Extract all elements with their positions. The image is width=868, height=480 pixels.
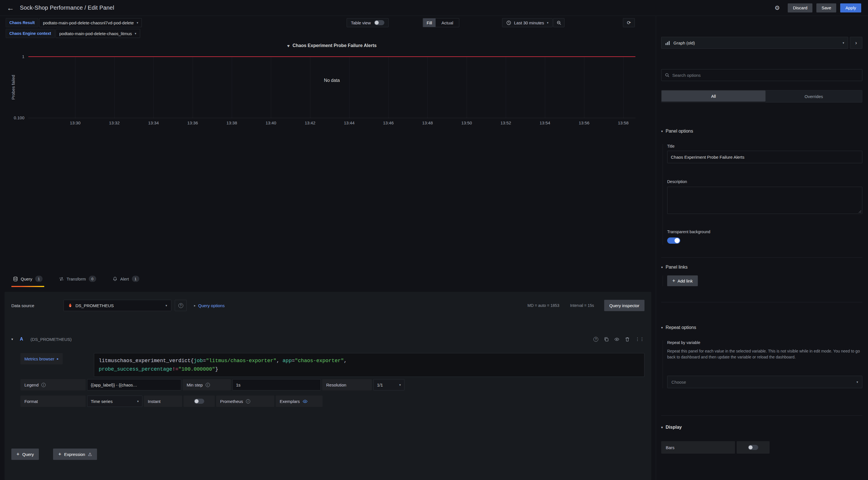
min-step-label-text: Min step — [187, 382, 203, 387]
gridline — [506, 57, 506, 118]
format-label: Format — [21, 396, 86, 407]
collapse-chevron-icon[interactable]: ▾ — [11, 338, 13, 341]
query-ref-id: A — [20, 337, 23, 342]
tab-overrides[interactable]: Overrides — [766, 91, 862, 102]
chart-title-text: Chaos Experiment Probe Failure Alerts — [292, 43, 376, 48]
refresh-icon: ⟳ — [627, 20, 631, 26]
discard-button[interactable]: Discard — [788, 3, 812, 12]
x-tick: 13:54 — [539, 121, 550, 125]
gridline — [388, 57, 389, 118]
tab-label: Transform — [67, 277, 86, 281]
panel-title-input[interactable] — [667, 151, 862, 163]
add-query-button[interactable]: + Query — [11, 449, 39, 460]
info-icon[interactable]: i — [41, 383, 46, 387]
duplicate-icon[interactable] — [604, 337, 609, 342]
chevron-right-icon: ▸ — [57, 357, 59, 361]
panel-description-textarea[interactable] — [667, 187, 862, 214]
refresh-button[interactable]: ⟳ — [623, 18, 635, 27]
add-expression-button[interactable]: + Expression ⚠ — [53, 449, 97, 460]
y-tick: 1 — [4, 54, 24, 59]
panel-links-header[interactable]: ▾ Panel links — [661, 265, 862, 270]
query-code-editor[interactable]: litmuschaos_experiment_verdict{job="litm… — [94, 353, 645, 377]
display-header-text: Display — [666, 425, 682, 430]
gridline — [75, 57, 75, 118]
help-icon[interactable]: ? — [593, 337, 598, 342]
bar-chart-icon — [665, 40, 670, 45]
panel-options-body: Title Description Transparent background — [663, 144, 862, 245]
gridline — [153, 57, 154, 118]
repeat-options-header[interactable]: ▾ Repeat options — [661, 325, 862, 330]
instant-toggle[interactable] — [194, 399, 204, 404]
format-value: Time series — [91, 399, 113, 404]
panel-options-header[interactable]: ▾ Panel options — [661, 129, 862, 134]
back-arrow-icon[interactable]: ← — [7, 4, 14, 12]
min-step-input[interactable] — [232, 379, 321, 390]
info-icon[interactable]: i — [246, 399, 250, 404]
format-select[interactable]: Time series ▾ — [87, 396, 143, 407]
gridline — [271, 57, 271, 118]
transparent-background-toggle[interactable] — [667, 237, 680, 244]
eye-icon[interactable] — [614, 337, 619, 342]
repeat-choose-select[interactable]: Choose ▾ — [667, 376, 862, 388]
actual-button[interactable]: Actual — [436, 19, 459, 27]
instant-label-text: Instant — [148, 399, 160, 404]
chevron-down-icon: ▾ — [661, 426, 663, 429]
search-options-input[interactable] — [672, 73, 859, 78]
divider — [661, 257, 862, 258]
table-view-toggle[interactable] — [374, 20, 384, 25]
bars-label: Bars — [661, 441, 735, 454]
exemplars-eye-icon[interactable] — [303, 399, 308, 404]
variable-dropdown[interactable]: podtato-main-pod-delete-chaos_litmus ▾ — [56, 29, 140, 38]
query-inspector-button[interactable]: Query inspector — [604, 300, 645, 311]
x-tick: 13:50 — [461, 121, 472, 125]
add-link-button[interactable]: + Add link — [667, 275, 698, 286]
legend-label: Legend i — [21, 379, 86, 390]
legend-input[interactable] — [87, 379, 181, 390]
display-header[interactable]: ▾ Display — [661, 425, 862, 430]
datasource-help-button[interactable]: ? — [175, 300, 187, 311]
title-label: Title — [667, 144, 862, 148]
warning-icon: ⚠ — [88, 452, 92, 457]
x-tick: 13:36 — [187, 121, 198, 125]
x-tick: 13:42 — [305, 121, 315, 125]
collapse-options-button[interactable]: › — [850, 37, 862, 49]
save-button[interactable]: Save — [816, 3, 836, 12]
search-icon — [665, 73, 670, 77]
query-options-toggle[interactable]: ▸ Query options — [194, 303, 225, 308]
datasource-dropdown[interactable]: DS_PROMETHEUS ▾ — [64, 300, 171, 311]
variable-dropdown[interactable]: podtato-main-pod-delete-chaosnl7vd-pod-d… — [39, 18, 142, 27]
time-range-picker[interactable]: Last 30 minutes ▾ — [502, 18, 553, 27]
trash-icon[interactable] — [625, 337, 630, 342]
tab-transform[interactable]: Transform 0 — [57, 271, 98, 287]
search-options-box — [661, 69, 862, 81]
tab-badge: 1 — [35, 276, 42, 282]
viz-picker[interactable]: Graph (old) ▾ — [661, 37, 848, 49]
query-ref-datasource: (DS_PROMETHEUS) — [31, 337, 72, 342]
tab-all[interactable]: All — [661, 91, 766, 102]
transform-icon — [59, 277, 64, 281]
drag-handle-icon[interactable]: ⋮⋮ — [636, 337, 645, 342]
metrics-browser-button[interactable]: Metrics browser ▸ — [21, 353, 63, 365]
variable-value: podtato-main-pod-delete-chaos_litmus — [59, 31, 132, 36]
threshold-line — [28, 57, 636, 57]
info-icon[interactable]: i — [206, 383, 210, 387]
resolution-label: Resolution — [322, 379, 372, 390]
bell-icon — [113, 277, 118, 281]
apply-button[interactable]: Apply — [840, 3, 861, 12]
tab-alert[interactable]: Alert 1 — [111, 271, 141, 287]
transparent-background-label: Transparent background — [667, 230, 862, 234]
table-view-control: Table view — [347, 18, 389, 27]
zoom-out-button[interactable] — [553, 18, 564, 27]
database-icon — [13, 277, 18, 281]
resize-handle[interactable] — [858, 210, 861, 213]
gear-icon[interactable]: ⚙ — [775, 4, 780, 11]
choose-placeholder: Choose — [672, 380, 686, 384]
query-toolbar: Data source DS_PROMETHEUS ▾ ? ▸ Query op… — [11, 300, 645, 311]
x-tick: 13:30 — [70, 121, 81, 125]
exemplars-label-text: Exemplars — [280, 399, 300, 404]
plot-area[interactable]: No data 13:3013:3213:3413:3613:3813:4013… — [28, 57, 636, 118]
fill-button[interactable]: Fill — [423, 18, 436, 27]
bars-toggle[interactable] — [748, 445, 758, 450]
resolution-select[interactable]: 1/1 ▾ — [373, 379, 404, 390]
tab-query[interactable]: Query 1 — [11, 271, 44, 287]
